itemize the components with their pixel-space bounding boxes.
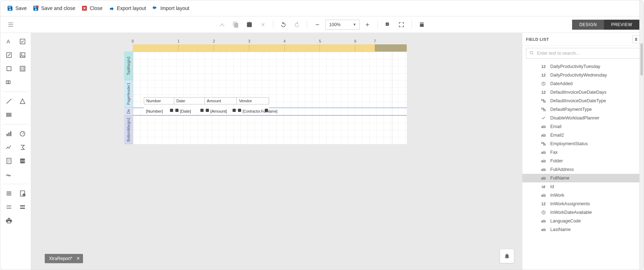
- field-item[interactable]: idId: [522, 182, 644, 191]
- import-layout-button[interactable]: Import layout: [152, 5, 189, 11]
- header-cell-date[interactable]: Date: [174, 97, 205, 104]
- field-item[interactable]: abLanguageCode: [522, 217, 644, 225]
- menu-toggle[interactable]: [5, 19, 17, 31]
- smart-tag-icon[interactable]: [233, 109, 236, 112]
- table-tool[interactable]: [17, 63, 28, 74]
- detail-table[interactable]: [Number] [Date] [Amount] [Contractor.Ful…: [144, 108, 269, 115]
- character-comb-tool[interactable]: [3, 77, 15, 88]
- header-cell-amount[interactable]: Amount: [205, 97, 237, 104]
- detail-cell-number[interactable]: [Number]: [144, 108, 174, 115]
- export-icon: [108, 5, 114, 11]
- smart-tag-icon[interactable]: [175, 109, 179, 112]
- zoom-out-button[interactable]: [312, 19, 323, 30]
- field-item[interactable]: abFullName: [522, 174, 644, 182]
- picture-tool[interactable]: [17, 49, 28, 61]
- pdf-tool[interactable]: PDF: [17, 155, 28, 167]
- redo-button[interactable]: [291, 19, 303, 30]
- field-item[interactable]: 12DailyProductivityWednesday: [522, 71, 644, 79]
- field-item[interactable]: abLastName: [522, 225, 644, 234]
- scripts-button[interactable]: [416, 19, 428, 30]
- page-break-tool[interactable]: [3, 201, 15, 213]
- smart-tag-icon[interactable]: [238, 109, 241, 112]
- validate-button[interactable]: [382, 19, 394, 30]
- cross-band-tool[interactable]: [17, 201, 28, 213]
- smart-tag-icon[interactable]: [265, 109, 268, 112]
- paste-button[interactable]: [244, 19, 255, 30]
- zoom-select[interactable]: 100% ▼: [325, 20, 360, 30]
- report-tool[interactable]: [3, 155, 15, 167]
- close-tab-icon[interactable]: ✕: [76, 256, 80, 261]
- band-top-margin[interactable]: TopMargin1: [124, 51, 407, 80]
- field-item[interactable]: abInWork: [522, 191, 644, 200]
- shape-tool[interactable]: [17, 95, 28, 107]
- line-tool[interactable]: [3, 95, 15, 107]
- field-list[interactable]: 12DailyProductivityTuesday12DailyProduct…: [522, 61, 644, 270]
- content-row: A: [0, 33, 644, 270]
- zoom-in-button[interactable]: [362, 19, 373, 30]
- undo-button[interactable]: [278, 19, 289, 30]
- delete-button[interactable]: [257, 19, 269, 30]
- detail-cell-vendor[interactable]: [Contractor.FullName]: [237, 108, 269, 115]
- gauge-tool[interactable]: [17, 128, 28, 139]
- design-canvas[interactable]: 0 1 2 3 4 5 6 7 TopMargin1 PageHeader1: [31, 33, 522, 270]
- tab-design[interactable]: DESIGN: [572, 20, 604, 30]
- field-item[interactable]: abEmail: [522, 122, 644, 131]
- field-item[interactable]: DefaultPaymentType: [522, 105, 644, 114]
- detail-cell-date[interactable]: [Date]: [174, 108, 205, 115]
- smart-tag-icon[interactable]: [200, 109, 204, 112]
- header-cell-number[interactable]: Number: [144, 97, 174, 104]
- richtext-tool[interactable]: [3, 49, 15, 61]
- band-detail[interactable]: De [Number] [Date] [Amount] [Contractor.…: [124, 108, 407, 116]
- close-button[interactable]: Close: [81, 5, 103, 11]
- field-search[interactable]: [526, 48, 640, 59]
- field-search-input[interactable]: [537, 51, 637, 56]
- field-item[interactable]: abEmail2: [522, 131, 644, 139]
- band-bottom-margin[interactable]: BottomMargin1: [124, 116, 407, 144]
- close-icon: [81, 5, 88, 11]
- field-item[interactable]: EmploymentStatus: [522, 139, 644, 148]
- barcode-tool[interactable]: [3, 109, 15, 121]
- field-item[interactable]: 12DefaultInvoiceDueDateDays: [522, 88, 644, 97]
- detail-cell-amount[interactable]: [Amount]: [205, 108, 237, 115]
- smart-tag-icon[interactable]: [170, 109, 173, 112]
- save-button[interactable]: Save: [7, 5, 27, 11]
- field-item[interactable]: DisableWorkloadPlanner: [522, 114, 644, 122]
- cut-button[interactable]: [216, 19, 228, 30]
- header-cell-vendor[interactable]: Vendor: [237, 97, 269, 104]
- svg-rect-9: [6, 81, 8, 84]
- band-label: TopMargin1: [124, 51, 133, 80]
- tab-preview[interactable]: PREVIEW: [604, 20, 639, 30]
- field-item[interactable]: DefaultInvoiceDueDateType: [522, 97, 644, 105]
- band-page-header[interactable]: PageHeader1 Number Date Amount Vendor: [124, 80, 407, 108]
- panel-tool[interactable]: [3, 63, 15, 74]
- toc-tool[interactable]: [3, 188, 15, 199]
- field-label: DateAdded: [550, 81, 573, 86]
- sigma-tool[interactable]: [17, 142, 28, 153]
- field-item[interactable]: abFax: [522, 148, 644, 157]
- field-item[interactable]: abFullAddress: [522, 165, 644, 174]
- page-info-tool[interactable]: i: [17, 188, 28, 199]
- checkbox-tool[interactable]: [17, 36, 28, 47]
- panel-action-button[interactable]: [632, 35, 640, 43]
- field-item[interactable]: 12DailyProductivityTuesday: [522, 62, 644, 71]
- field-item[interactable]: abFolder: [522, 157, 644, 165]
- save-and-close-button[interactable]: Save and close: [33, 5, 75, 11]
- field-item[interactable]: InWorkDateAvailable: [522, 208, 644, 217]
- document-tab[interactable]: XtraReport* ✕: [45, 254, 83, 263]
- field-item[interactable]: DateAdded: [522, 79, 644, 88]
- print-tool[interactable]: [3, 215, 15, 226]
- chart-tool[interactable]: [3, 128, 15, 139]
- save-icon: [7, 5, 13, 11]
- notifications-button[interactable]: [500, 249, 514, 263]
- fullscreen-button[interactable]: [396, 19, 407, 30]
- field-label: DefaultInvoiceDueDateType: [550, 98, 606, 103]
- export-layout-button[interactable]: Export layout: [108, 5, 146, 11]
- sparkline-tool[interactable]: [3, 142, 15, 153]
- label-tool[interactable]: A: [3, 36, 15, 47]
- field-item[interactable]: 12InWorkAssignments: [522, 200, 644, 208]
- copy-button[interactable]: [230, 19, 241, 30]
- signature-tool[interactable]: [3, 169, 15, 180]
- header-table[interactable]: Number Date Amount Vendor: [144, 97, 269, 104]
- scrollbar[interactable]: [639, 0, 644, 270]
- smart-tag-icon[interactable]: [206, 109, 209, 112]
